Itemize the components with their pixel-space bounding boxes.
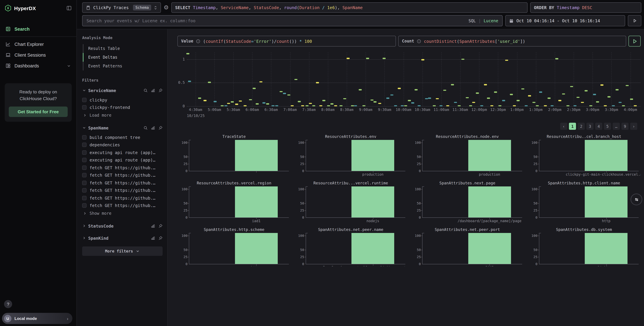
- sidebar-item-client-sessions[interactable]: Client Sessions: [0, 50, 76, 60]
- select-query-input[interactable]: SELECT Timestamp, ServiceName, StatusCod…: [172, 2, 528, 13]
- search-input[interactable]: [86, 18, 468, 23]
- pagination-prev-button[interactable]: ‹: [560, 123, 567, 130]
- filter-footer-button[interactable]: Load more: [82, 111, 162, 119]
- y-tick-mark: [304, 250, 306, 250]
- local-mode-button[interactable]: U Local mode ›: [2, 313, 72, 324]
- y-tick-mark: [538, 203, 539, 204]
- filter-option[interactable]: clickpy-frontend: [82, 104, 162, 111]
- pin-icon[interactable]: [158, 88, 162, 93]
- chart-plot: 10050250: [189, 187, 289, 218]
- bar: [468, 233, 511, 264]
- lucene-mode-button[interactable]: Lucene: [484, 18, 498, 23]
- chart-plot: 10050250: [539, 140, 638, 171]
- sql-mode-button[interactable]: SQL: [468, 18, 476, 23]
- more-filters-button[interactable]: More filters: [82, 246, 162, 256]
- data-point: [446, 105, 449, 106]
- filter-group-header[interactable]: StatusCode: [82, 222, 162, 230]
- chart-icon[interactable]: [151, 236, 155, 240]
- bar: [352, 140, 394, 171]
- data-point: [294, 79, 297, 80]
- pagination-page-button[interactable]: 9: [622, 123, 628, 130]
- sidebar-collapse-icon[interactable]: [66, 6, 72, 11]
- value-expression-text: (countIf(StatusCode='Error')/count()) * …: [203, 39, 312, 44]
- y-tick-label: 0: [302, 216, 304, 219]
- topbar-row-query: ClickPy Traces Schema ⚙ SELECT Timestamp…: [82, 2, 641, 13]
- filter-option[interactable]: fetch GET https://github.…: [82, 179, 162, 187]
- sidebar-item-chart-explorer[interactable]: Chart Explorer: [0, 39, 76, 50]
- y-tick-mark: [421, 250, 422, 250]
- chart-title: ResourceAttributes.node.env: [411, 134, 524, 140]
- filter-group-header[interactable]: SpanName: [82, 124, 162, 131]
- y-tick-mark: [304, 203, 306, 204]
- pin-icon[interactable]: [158, 224, 162, 228]
- chart-title: SpanAttributes.db.system: [527, 227, 641, 233]
- chart-icon[interactable]: [151, 126, 155, 130]
- filter-option[interactable]: executing api route (app)…: [82, 156, 162, 164]
- date-range-picker[interactable]: Oct 10 04:16:14 - Oct 10 16:16:14: [505, 15, 625, 26]
- data-point: [198, 98, 201, 99]
- y-tick-label: 100: [532, 234, 538, 238]
- y-tick-label: 0: [419, 169, 421, 173]
- nav-divider: [0, 36, 76, 37]
- filter-group-header[interactable]: ServiceName: [82, 87, 162, 94]
- schema-badge[interactable]: Schema: [133, 5, 151, 11]
- run-query-button[interactable]: [628, 15, 641, 26]
- code-token: DESC: [580, 5, 592, 10]
- x-category-label: iad1: [252, 219, 260, 223]
- sidebar-item-dashboards[interactable]: Dashboards: [0, 60, 76, 71]
- filter-option[interactable]: fetch GET https://github.…: [82, 187, 162, 194]
- sidebar-item-search[interactable]: Search: [0, 24, 76, 34]
- filter-option[interactable]: clickpy: [82, 96, 162, 104]
- y-tick-label: 25: [534, 209, 538, 212]
- search-bar: SQL | Lucene: [82, 15, 502, 26]
- analysis-mode-item[interactable]: Results Table: [83, 44, 162, 53]
- data-point: [214, 101, 216, 102]
- filter-option[interactable]: fetch GET https://github.…: [82, 194, 162, 202]
- data-point: [505, 60, 508, 61]
- chart-icon[interactable]: [151, 88, 155, 93]
- pagination-page-button[interactable]: 2: [578, 123, 585, 130]
- data-point: [484, 84, 487, 85]
- apply-expressions-button[interactable]: [628, 36, 641, 47]
- y-tick-label: 100: [298, 188, 304, 191]
- filter-group-header[interactable]: SpanKind: [82, 234, 162, 242]
- chart-settings-floating-button[interactable]: [630, 194, 642, 205]
- data-source-select[interactable]: ClickPy Traces Schema: [82, 2, 161, 13]
- filter-option[interactable]: fetch GET https://github.…: [82, 172, 162, 179]
- delta-plot[interactable]: [187, 52, 641, 106]
- value-expression-input[interactable]: Value (countIf(StatusCode='Error')/count…: [178, 36, 396, 47]
- gear-icon[interactable]: ⚙: [164, 5, 169, 11]
- pin-icon[interactable]: [158, 236, 162, 240]
- pagination-page-button[interactable]: 5: [604, 123, 611, 130]
- pagination-page-button[interactable]: 1: [569, 123, 576, 130]
- analysis-mode-item[interactable]: Event Deltas: [83, 53, 162, 62]
- filter-option[interactable]: executing api route (app)…: [82, 149, 162, 156]
- filter-footer-button[interactable]: Show more: [82, 209, 162, 217]
- get-started-button[interactable]: Get Started for Free: [9, 107, 68, 117]
- logo-row[interactable]: HyperDX: [0, 0, 76, 15]
- filter-option[interactable]: dependencies: [82, 141, 162, 149]
- topbar: ClickPy Traces Schema ⚙ SELECT Timestamp…: [77, 0, 644, 29]
- code-token: ServiceName: [221, 5, 248, 10]
- filter-group-name: StatusCode: [88, 223, 149, 228]
- filter-option[interactable]: build component tree: [82, 133, 162, 141]
- local-mode-label: Local mode: [14, 316, 64, 321]
- search-icon[interactable]: [144, 88, 148, 93]
- search-icon[interactable]: [144, 126, 148, 130]
- y-tick-label: 25: [417, 255, 421, 259]
- pagination-next-button[interactable]: ›: [630, 123, 637, 130]
- filter-option[interactable]: fetch GET https://github.…: [82, 202, 162, 209]
- y-tick-mark: [538, 164, 539, 164]
- count-expression-input[interactable]: Count countDistinct(SpanAttributes['user…: [398, 36, 626, 47]
- help-button[interactable]: ?: [4, 300, 12, 308]
- pagination-page-button[interactable]: 3: [586, 123, 594, 130]
- pagination-page-button[interactable]: 4: [595, 123, 602, 130]
- order-by-input[interactable]: ORDER BY Timestamp DESC: [530, 2, 641, 13]
- pin-icon[interactable]: [158, 126, 162, 130]
- chart-icon[interactable]: [151, 224, 155, 228]
- query-language-toggle: SQL | Lucene: [468, 18, 498, 23]
- analysis-mode-item[interactable]: Event Patterns: [83, 62, 162, 70]
- data-point: [283, 93, 286, 94]
- filter-option[interactable]: fetch GET https://github.…: [82, 164, 162, 172]
- code-token: (: [223, 39, 226, 44]
